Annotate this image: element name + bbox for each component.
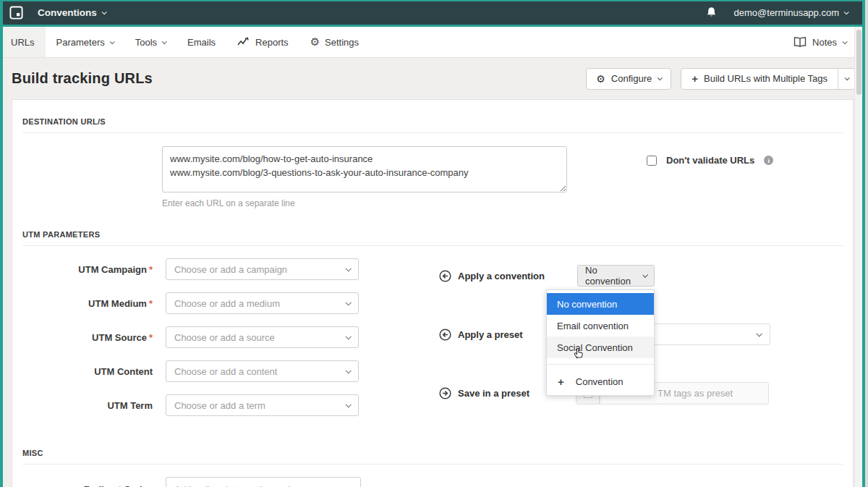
account-email: demo@terminusapp.com	[734, 7, 839, 18]
convention-selected-value: No convention	[585, 265, 637, 287]
menu-divider	[547, 364, 654, 365]
circle-arrow-left-icon	[439, 329, 451, 341]
utm-medium-row: UTM Medium* Choose or add a medium	[22, 292, 843, 314]
select-placeholder: Choose or add a term	[174, 400, 265, 411]
section-divider	[22, 245, 843, 246]
required-asterisk: *	[149, 264, 153, 275]
account-menu[interactable]: demo@terminusapp.com	[734, 7, 848, 18]
redirect-codes-label: Redirect Codes	[22, 484, 153, 487]
conventions-menu-label: Conventions	[38, 7, 97, 18]
utm-source-select[interactable]: Choose or add a source	[166, 326, 359, 348]
tab-label: Tools	[135, 37, 157, 48]
utm-medium-label: UTM Medium	[88, 298, 147, 309]
required-asterisk: *	[149, 332, 153, 343]
conventions-menu[interactable]: Conventions	[38, 7, 106, 18]
tab-label: URLs	[11, 37, 35, 48]
destination-section-title: DESTINATION URL/S	[22, 100, 843, 126]
plus-icon: +	[692, 72, 698, 85]
utm-source-label: UTM Source	[92, 332, 147, 343]
menu-add-convention[interactable]: + Convention	[547, 370, 654, 392]
tab-label: Settings	[325, 37, 359, 48]
menu-item-label: Social Convention	[557, 342, 633, 353]
dont-validate-row: Don't validate URLs i	[647, 155, 773, 166]
page-title: Build tracking URLs	[12, 70, 153, 87]
tab-parameters[interactable]: Parameters	[46, 27, 124, 57]
utm-campaign-select[interactable]: Choose or add a campaign	[166, 258, 359, 280]
tab-settings[interactable]: ⚙ Settings	[299, 27, 370, 57]
frame-border-left	[0, 0, 3, 487]
utm-medium-select[interactable]: Choose or add a medium	[166, 292, 359, 314]
info-icon[interactable]: i	[764, 156, 773, 165]
chevron-down-icon	[345, 334, 351, 339]
add-convention-label: Convention	[576, 376, 624, 387]
utm-term-select[interactable]: Choose or add a term	[166, 394, 359, 416]
save-preset-row: Save in a preset	[439, 382, 529, 404]
apply-preset-label: Apply a preset	[458, 329, 523, 340]
top-navbar: Conventions demo@terminusapp.com	[0, 0, 868, 25]
utm-content-select[interactable]: Choose or add a content	[166, 360, 359, 382]
tab-emails[interactable]: Emails	[176, 27, 226, 57]
redirect-codes-input[interactable]	[166, 477, 361, 487]
build-urls-multiple-tags-button[interactable]: + Build URLs with Multiple Tags	[681, 69, 838, 89]
page-scrollbar[interactable]	[854, 27, 862, 487]
chevron-down-icon	[642, 272, 648, 278]
configure-button[interactable]: ⚙ Configure	[586, 68, 671, 90]
scrollbar-thumb[interactable]	[856, 30, 861, 95]
gear-icon: ⚙	[596, 73, 605, 85]
destination-helper-text: Enter each URL on a separate line	[162, 198, 843, 208]
build-multi-caret-button[interactable]	[838, 69, 855, 89]
tab-label: Reports	[255, 37, 289, 48]
utm-content-row: UTM Content Choose or add a content	[22, 360, 843, 382]
convention-dropdown-menu: No convention Email convention Social Co…	[546, 289, 655, 396]
menu-item-email-convention[interactable]: Email convention	[547, 315, 654, 336]
chevron-down-icon	[843, 39, 848, 44]
destination-urls-textarea[interactable]: www.mysite.com/blog/how-to-get-auto-insu…	[162, 146, 567, 192]
tab-reports[interactable]: Reports	[226, 27, 299, 57]
hand-pointer-cursor	[572, 347, 584, 359]
build-multi-split-button: + Build URLs with Multiple Tags	[681, 68, 856, 90]
tab-tools[interactable]: Tools	[124, 27, 176, 57]
chevron-down-icon	[756, 331, 762, 336]
apply-convention-label: Apply a convention	[458, 271, 545, 281]
navbar-accent-line	[0, 25, 868, 27]
select-placeholder: Choose or add a medium	[174, 298, 280, 309]
build-urls-panel: DESTINATION URL/S www.mysite.com/blog/ho…	[12, 99, 854, 487]
convention-select-trigger[interactable]: No convention	[577, 265, 655, 287]
frame-outer-edge	[865, 0, 868, 487]
chevron-down-icon	[109, 39, 114, 44]
circle-arrow-left-icon	[439, 270, 451, 282]
chevron-down-icon	[345, 266, 351, 271]
utm-content-label: UTM Content	[22, 366, 153, 377]
notifications-bell-icon[interactable]	[706, 7, 717, 18]
chevron-down-icon	[345, 368, 351, 373]
select-placeholder: Choose or add a content	[174, 366, 277, 377]
terminus-logo-icon	[9, 6, 23, 20]
utm-campaign-row: UTM Campaign* Choose or add a campaign	[22, 258, 843, 280]
apply-preset-row: Apply a preset	[439, 323, 523, 345]
apply-convention-row: Apply a convention	[439, 265, 545, 287]
chevron-down-icon	[101, 9, 106, 14]
required-asterisk: *	[149, 298, 153, 309]
section-divider	[22, 464, 843, 465]
chevron-down-icon	[658, 75, 663, 80]
tab-label: Parameters	[56, 37, 105, 48]
tab-urls[interactable]: URLs	[0, 27, 46, 57]
gear-icon: ⚙	[310, 35, 320, 48]
menu-item-label: No convention	[557, 299, 617, 310]
menu-item-social-convention[interactable]: Social Convention	[547, 336, 654, 358]
chevron-down-icon	[345, 300, 351, 305]
plus-icon: +	[558, 376, 564, 388]
select-placeholder: Choose or add a source	[174, 332, 275, 343]
dont-validate-checkbox[interactable]	[647, 156, 657, 166]
frame-border-top	[0, 0, 868, 1]
dont-validate-label: Don't validate URLs	[666, 155, 754, 166]
menu-item-no-convention[interactable]: No convention	[547, 293, 654, 315]
section-divider	[22, 132, 843, 133]
redirect-codes-row: Redirect Codes	[22, 477, 843, 487]
page-header: Build tracking URLs ⚙ Configure + Build …	[0, 58, 868, 99]
utm-section-title: UTM PARAMETERS	[22, 208, 843, 239]
main-tab-bar: URLs Parameters Tools Emails Reports ⚙ S…	[0, 27, 868, 58]
configure-button-label: Configure	[611, 73, 652, 84]
circle-arrow-right-icon	[439, 387, 451, 399]
notes-label: Notes	[812, 37, 837, 48]
